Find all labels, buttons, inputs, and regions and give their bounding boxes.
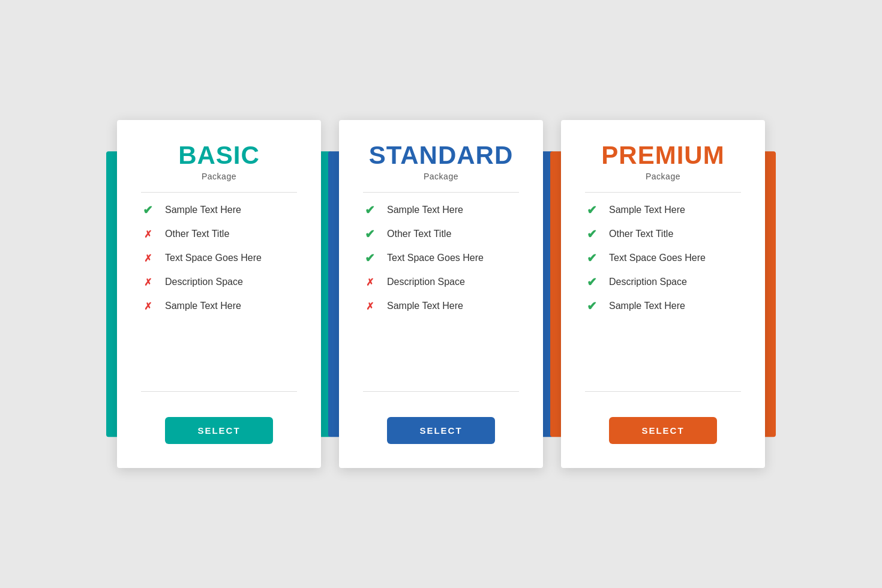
standard-feature-text-3: Description Space	[387, 277, 465, 287]
basic-feature-4: ✗Sample Text Here	[141, 299, 297, 313]
premium-feature-text-4: Sample Text Here	[609, 301, 685, 311]
basic-feature-text-1: Other Text Title	[165, 229, 229, 239]
plan-wrapper-premium: PREMIUMPackage✔Sample Text Here✔Other Te…	[561, 120, 765, 468]
basic-feature-text-0: Sample Text Here	[165, 205, 241, 215]
standard-select-button[interactable]: SELECT	[387, 417, 495, 444]
standard-feature-list: ✔Sample Text Here✔Other Text Title✔Text …	[363, 203, 519, 380]
check-icon: ✔	[363, 203, 376, 217]
cross-icon: ✗	[141, 275, 154, 289]
standard-title: STANDARD	[363, 142, 519, 169]
premium-feature-text-1: Other Text Title	[609, 229, 673, 239]
premium-feature-text-3: Description Space	[609, 277, 687, 287]
basic-feature-text-3: Description Space	[165, 277, 243, 287]
check-icon: ✔	[363, 227, 376, 241]
standard-feature-4: ✗Sample Text Here	[363, 299, 519, 313]
check-icon: ✔	[585, 275, 598, 289]
pricing-container: BASICPackage✔Sample Text Here✗Other Text…	[93, 84, 789, 504]
standard-feature-0: ✔Sample Text Here	[363, 203, 519, 217]
basic-divider-bottom	[141, 391, 297, 392]
premium-feature-4: ✔Sample Text Here	[585, 299, 741, 313]
standard-feature-text-0: Sample Text Here	[387, 205, 463, 215]
premium-feature-text-0: Sample Text Here	[609, 205, 685, 215]
cross-icon: ✗	[141, 251, 154, 265]
premium-feature-3: ✔Description Space	[585, 275, 741, 289]
standard-feature-3: ✗Description Space	[363, 275, 519, 289]
basic-feature-0: ✔Sample Text Here	[141, 203, 297, 217]
basic-select-button[interactable]: SELECT	[165, 417, 273, 444]
basic-feature-list: ✔Sample Text Here✗Other Text Title✗Text …	[141, 203, 297, 380]
standard-feature-text-1: Other Text Title	[387, 229, 451, 239]
basic-subtitle: Package	[141, 172, 297, 181]
premium-title: PREMIUM	[585, 142, 741, 169]
cross-icon: ✗	[363, 299, 376, 313]
cross-icon: ✗	[141, 299, 154, 313]
premium-select-button[interactable]: SELECT	[609, 417, 717, 444]
standard-divider-bottom	[363, 391, 519, 392]
plan-wrapper-standard: STANDARDPackage✔Sample Text Here✔Other T…	[339, 120, 543, 468]
cross-icon: ✗	[141, 227, 154, 241]
premium-divider-bottom	[585, 391, 741, 392]
standard-subtitle: Package	[363, 172, 519, 181]
standard-feature-text-2: Text Space Goes Here	[387, 253, 484, 263]
premium-subtitle: Package	[585, 172, 741, 181]
check-icon: ✔	[363, 251, 376, 265]
basic-feature-3: ✗Description Space	[141, 275, 297, 289]
check-icon: ✔	[141, 203, 154, 217]
premium-card: PREMIUMPackage✔Sample Text Here✔Other Te…	[561, 120, 765, 468]
basic-title: BASIC	[141, 142, 297, 169]
basic-feature-text-4: Sample Text Here	[165, 301, 241, 311]
basic-feature-2: ✗Text Space Goes Here	[141, 251, 297, 265]
premium-divider-top	[585, 192, 741, 193]
check-icon: ✔	[585, 299, 598, 313]
standard-divider-top	[363, 192, 519, 193]
standard-feature-text-4: Sample Text Here	[387, 301, 463, 311]
basic-divider-top	[141, 192, 297, 193]
plan-wrapper-basic: BASICPackage✔Sample Text Here✗Other Text…	[117, 120, 321, 468]
check-icon: ✔	[585, 227, 598, 241]
basic-feature-1: ✗Other Text Title	[141, 227, 297, 241]
premium-feature-1: ✔Other Text Title	[585, 227, 741, 241]
standard-card: STANDARDPackage✔Sample Text Here✔Other T…	[339, 120, 543, 468]
premium-feature-2: ✔Text Space Goes Here	[585, 251, 741, 265]
premium-feature-0: ✔Sample Text Here	[585, 203, 741, 217]
basic-card: BASICPackage✔Sample Text Here✗Other Text…	[117, 120, 321, 468]
check-icon: ✔	[585, 203, 598, 217]
standard-feature-1: ✔Other Text Title	[363, 227, 519, 241]
premium-feature-text-2: Text Space Goes Here	[609, 253, 706, 263]
premium-feature-list: ✔Sample Text Here✔Other Text Title✔Text …	[585, 203, 741, 380]
check-icon: ✔	[585, 251, 598, 265]
basic-feature-text-2: Text Space Goes Here	[165, 253, 262, 263]
standard-feature-2: ✔Text Space Goes Here	[363, 251, 519, 265]
cross-icon: ✗	[363, 275, 376, 289]
